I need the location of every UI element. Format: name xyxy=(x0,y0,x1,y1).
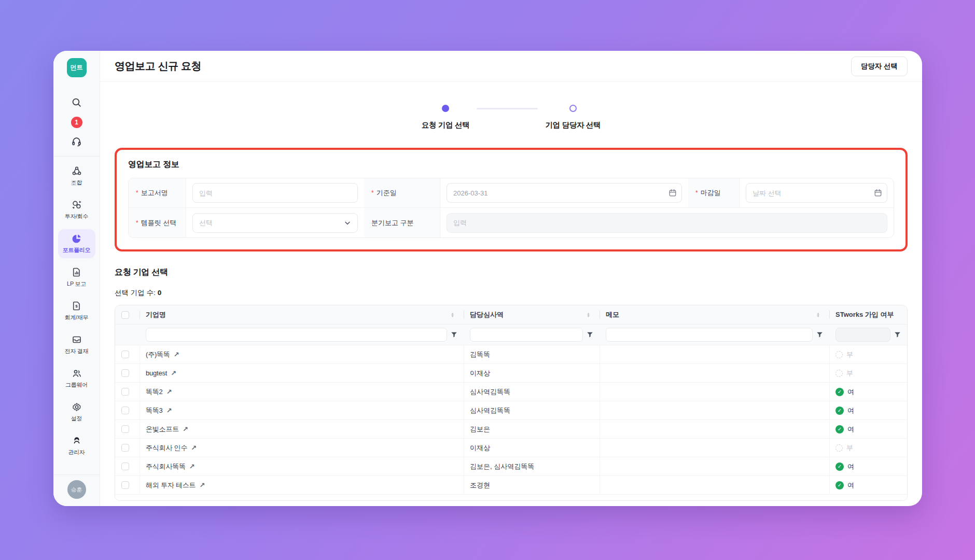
stworks-status-icon xyxy=(835,444,843,452)
reviewer-cell: 김보은, 심사역김똑똑 xyxy=(464,457,600,475)
row-checkbox[interactable] xyxy=(121,425,129,433)
headset-icon[interactable] xyxy=(71,136,82,147)
external-link-icon[interactable]: ↗ xyxy=(191,444,197,452)
field-report-name xyxy=(186,178,364,208)
table-row[interactable]: 똑똑3 ↗ 심사역김똑똑 ✓ 여 xyxy=(115,401,907,419)
table-row[interactable]: 해외 투자 테스트 ↗ 조경현 ✓ 여 xyxy=(115,475,907,494)
row-checkbox[interactable] xyxy=(121,481,129,489)
header-checkbox-cell xyxy=(115,305,140,324)
stworks-status-icon xyxy=(835,351,843,358)
notification-badge[interactable]: 1 xyxy=(71,117,82,128)
stworks-cell: 부 xyxy=(829,345,907,363)
stworks-filter-input[interactable] xyxy=(835,328,890,342)
sidebar-item-accounting[interactable]: $ 회계/재무 xyxy=(58,297,95,326)
sidebar-item-admin[interactable]: 관리자 xyxy=(58,431,95,460)
company-name: 똑똑2 xyxy=(146,387,163,397)
sidebar-item-settings[interactable]: 설정 xyxy=(58,398,95,427)
field-label-template: 템플릿 선택 xyxy=(129,208,186,237)
table-row[interactable]: 주식회사 인수 ↗ 이재상 부 xyxy=(115,438,907,457)
sort-icon[interactable]: ▲▼ xyxy=(451,312,457,317)
sidebar-item-lp-report[interactable]: LP 보고 xyxy=(58,263,95,292)
sidebar-item-label: 투자/회수 xyxy=(65,213,89,220)
step-select-company[interactable]: 요청 기업 선택 xyxy=(422,105,470,130)
filter-funnel-icon[interactable] xyxy=(894,331,901,338)
external-link-icon[interactable]: ↗ xyxy=(166,407,172,414)
stworks-status-icon xyxy=(835,370,843,377)
external-link-icon[interactable]: ↗ xyxy=(174,351,179,358)
search-icon[interactable] xyxy=(71,97,82,108)
reviewer-cell: 심사역김똑똑 xyxy=(464,401,600,419)
select-all-checkbox[interactable] xyxy=(121,311,129,319)
filter-funnel-icon[interactable] xyxy=(451,331,457,338)
column-company: 기업명 ▲▼ xyxy=(140,305,464,324)
row-checkbox-cell xyxy=(115,383,140,401)
external-link-icon[interactable]: ↗ xyxy=(166,388,172,396)
sidebar-item-label: 포트폴리오 xyxy=(63,246,91,254)
company-filter-input[interactable] xyxy=(146,328,447,342)
base-date-input[interactable] xyxy=(447,183,682,203)
stworks-status-icon: ✓ xyxy=(835,407,844,415)
calendar-icon[interactable] xyxy=(874,189,882,197)
row-checkbox[interactable] xyxy=(121,369,129,377)
company-cell: 주식회사 인수 ↗ xyxy=(140,439,464,457)
quarter-type-input[interactable] xyxy=(447,213,887,233)
template-select[interactable]: 선택 xyxy=(192,213,358,233)
step-dot-upcoming xyxy=(569,105,577,112)
external-link-icon[interactable]: ↗ xyxy=(183,425,188,433)
memo-cell xyxy=(600,439,829,457)
memo-filter-input[interactable] xyxy=(606,328,813,342)
step-select-contact[interactable]: 기업 담당자 선택 xyxy=(545,105,601,130)
reviewer-cell: 심사역김똑똑 xyxy=(464,383,600,401)
table-row[interactable]: 똑똑2 ↗ 심사역김똑똑 ✓ 여 xyxy=(115,382,907,401)
stepper: 요청 기업 선택 기업 담당자 선택 xyxy=(115,105,908,130)
stworks-status-label: 부 xyxy=(846,369,853,378)
sort-icon[interactable]: ▲▼ xyxy=(816,312,823,317)
stworks-status-label: 여 xyxy=(847,387,854,397)
external-link-icon[interactable]: ↗ xyxy=(199,481,205,489)
row-checkbox[interactable] xyxy=(121,407,129,414)
report-info-section: 영업보고 정보 보고서명 기준일 xyxy=(115,148,908,251)
filter-funnel-icon[interactable] xyxy=(587,331,593,338)
field-label-base-date: 기준일 xyxy=(364,178,440,208)
due-date-input[interactable] xyxy=(746,183,887,203)
step-label: 기업 담당자 선택 xyxy=(545,120,601,130)
field-due-date xyxy=(740,178,894,208)
table-row[interactable]: 주식회사똑똑 ↗ 김보은, 심사역김똑똑 ✓ 여 xyxy=(115,457,907,475)
user-avatar[interactable]: 승훈 xyxy=(67,480,86,499)
company-cell: 주식회사똑똑 ↗ xyxy=(140,457,464,475)
filter-funnel-icon[interactable] xyxy=(816,331,823,338)
table-row[interactable]: bugtest ↗ 이재상 부 xyxy=(115,363,907,382)
row-checkbox[interactable] xyxy=(121,388,129,396)
row-checkbox[interactable] xyxy=(121,463,129,470)
sidebar-item-union[interactable]: 조합 xyxy=(58,162,95,191)
app-logo[interactable]: 먼트 xyxy=(67,58,87,77)
sidebar-item-label: 설정 xyxy=(71,415,82,423)
sort-icon[interactable]: ▲▼ xyxy=(587,312,593,317)
report-name-input[interactable] xyxy=(192,183,358,203)
stworks-cell: ✓ 여 xyxy=(829,420,907,438)
svg-text:$: $ xyxy=(75,304,78,309)
filter-company xyxy=(140,325,464,345)
table-row[interactable]: (주)똑똑 ↗ 김똑똑 부 xyxy=(115,345,907,363)
column-reviewer: 담당심사역 ▲▼ xyxy=(464,305,600,324)
row-checkbox[interactable] xyxy=(121,444,129,452)
row-checkbox[interactable] xyxy=(121,351,129,358)
section-title: 영업보고 정보 xyxy=(128,159,894,170)
calendar-icon[interactable] xyxy=(668,189,677,197)
sidebar-item-portfolio[interactable]: 포트폴리오 xyxy=(58,229,95,258)
memo-cell xyxy=(600,420,829,438)
sidebar-item-investment[interactable]: 투자/회수 xyxy=(58,195,95,225)
memo-cell xyxy=(600,476,829,494)
stworks-status-label: 부 xyxy=(846,443,853,453)
page-content: 요청 기업 선택 기업 담당자 선택 영업보고 정보 보고서명 xyxy=(100,82,922,506)
reviewer-filter-input[interactable] xyxy=(470,328,583,342)
table-body: (주)똑똑 ↗ 김똑똑 부 xyxy=(115,345,907,494)
sidebar-item-groupware[interactable]: 그룹웨어 xyxy=(58,364,95,393)
table-row[interactable]: 온빛소프트 ↗ 김보은 ✓ 여 xyxy=(115,419,907,438)
sidebar-item-approval[interactable]: 전자 결재 xyxy=(58,330,95,359)
external-link-icon[interactable]: ↗ xyxy=(171,369,176,377)
select-manager-button[interactable]: 담당자 선택 xyxy=(851,57,908,76)
company-cell: bugtest ↗ xyxy=(140,364,464,382)
field-quarter-type xyxy=(440,208,894,237)
external-link-icon[interactable]: ↗ xyxy=(189,463,195,470)
